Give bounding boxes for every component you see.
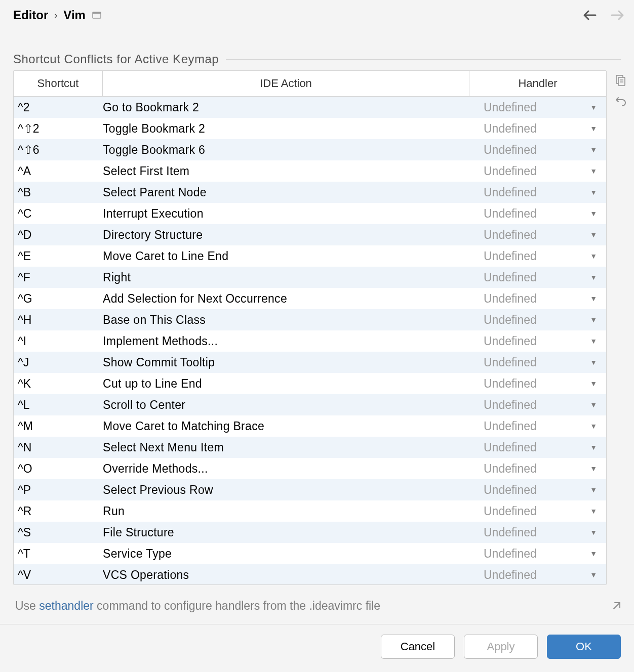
action-cell: Service Type: [103, 547, 469, 561]
chevron-down-icon: ▼: [590, 316, 597, 324]
handler-dropdown[interactable]: Undefined▼: [469, 505, 606, 518]
action-cell: Add Selection for Next Occurrence: [103, 292, 469, 306]
table-row[interactable]: ^SFile StructureUndefined▼: [14, 522, 606, 543]
undo-icon[interactable]: [614, 95, 626, 107]
sethandler-link[interactable]: sethandler: [39, 599, 93, 612]
action-cell: Run: [103, 505, 469, 518]
table-row[interactable]: ^DDirectory StructureUndefined▼: [14, 224, 606, 245]
table-row[interactable]: ^VVCS OperationsUndefined▼: [14, 564, 606, 584]
handler-dropdown[interactable]: Undefined▼: [469, 271, 606, 284]
action-cell: Select First Item: [103, 164, 469, 178]
handler-dropdown[interactable]: Undefined▼: [469, 207, 606, 221]
handler-dropdown[interactable]: Undefined▼: [469, 547, 606, 561]
handler-dropdown[interactable]: Undefined▼: [469, 101, 606, 114]
handler-dropdown[interactable]: Undefined▼: [469, 228, 606, 242]
breadcrumb-root[interactable]: Editor: [13, 8, 48, 22]
table-row[interactable]: ^GAdd Selection for Next OccurrenceUndef…: [14, 288, 606, 309]
table-row[interactable]: ^MMove Caret to Matching BraceUndefined▼: [14, 415, 606, 437]
table-row[interactable]: ^FRightUndefined▼: [14, 267, 606, 288]
chevron-down-icon: ▼: [590, 571, 597, 579]
table-row[interactable]: ^2Go to Bookmark 2Undefined▼: [14, 97, 606, 118]
handler-value: Undefined: [469, 228, 590, 242]
chevron-down-icon: ▼: [590, 124, 597, 133]
handler-value: Undefined: [469, 186, 590, 199]
handler-dropdown[interactable]: Undefined▼: [469, 398, 606, 412]
shortcut-cell: ^L: [14, 398, 103, 412]
chevron-down-icon: ▼: [590, 167, 597, 175]
handler-value: Undefined: [469, 398, 590, 412]
table-row[interactable]: ^⇧6Toggle Bookmark 6Undefined▼: [14, 139, 606, 160]
table-row[interactable]: ^EMove Caret to Line EndUndefined▼: [14, 245, 606, 267]
column-header-handler[interactable]: Handler: [469, 71, 606, 96]
shortcut-cell: ^R: [14, 505, 103, 518]
handler-value: Undefined: [469, 441, 590, 454]
handler-dropdown[interactable]: Undefined▼: [469, 292, 606, 306]
chevron-down-icon: ▼: [590, 380, 597, 388]
chevron-down-icon: ▼: [590, 273, 597, 281]
table-row[interactable]: ^NSelect Next Menu ItemUndefined▼: [14, 437, 606, 458]
chevron-down-icon: ▼: [590, 209, 597, 218]
table-row[interactable]: ^RRunUndefined▼: [14, 500, 606, 522]
handler-dropdown[interactable]: Undefined▼: [469, 483, 606, 497]
table-row[interactable]: ^TService TypeUndefined▼: [14, 543, 606, 564]
table-row[interactable]: ^BSelect Parent NodeUndefined▼: [14, 182, 606, 203]
action-cell: Move Caret to Line End: [103, 249, 469, 263]
handler-value: Undefined: [469, 143, 590, 157]
action-cell: Go to Bookmark 2: [103, 101, 469, 114]
table-row[interactable]: ^IImplement Methods...Undefined▼: [14, 330, 606, 352]
handler-value: Undefined: [469, 568, 590, 582]
handler-value: Undefined: [469, 526, 590, 539]
handler-value: Undefined: [469, 483, 590, 497]
handler-dropdown[interactable]: Undefined▼: [469, 334, 606, 348]
table-row[interactable]: ^LScroll to CenterUndefined▼: [14, 394, 606, 415]
column-header-shortcut[interactable]: Shortcut: [14, 71, 103, 96]
handler-dropdown[interactable]: Undefined▼: [469, 441, 606, 454]
handler-dropdown[interactable]: Undefined▼: [469, 143, 606, 157]
table-row[interactable]: ^OOverride Methods...Undefined▼: [14, 458, 606, 479]
conflicts-table: Shortcut IDE Action Handler ^2Go to Book…: [13, 70, 607, 585]
handler-dropdown[interactable]: Undefined▼: [469, 568, 606, 582]
shortcut-cell: ^E: [14, 249, 103, 263]
table-row[interactable]: ^ASelect First ItemUndefined▼: [14, 160, 606, 182]
table-row[interactable]: ^⇧2Toggle Bookmark 2Undefined▼: [14, 118, 606, 139]
shortcut-cell: ^O: [14, 462, 103, 476]
chevron-down-icon: ▼: [590, 550, 597, 558]
chevron-down-icon: ▼: [590, 252, 597, 260]
handler-dropdown[interactable]: Undefined▼: [469, 122, 606, 136]
chevron-down-icon: ▼: [590, 528, 597, 536]
shortcut-cell: ^V: [14, 568, 103, 582]
window-icon[interactable]: [92, 10, 102, 20]
action-cell: Show Commit Tooltip: [103, 356, 469, 369]
handler-dropdown[interactable]: Undefined▼: [469, 186, 606, 199]
shortcut-cell: ^B: [14, 186, 103, 199]
table-row[interactable]: ^CInterrupt ExecutionUndefined▼: [14, 203, 606, 224]
shortcut-cell: ^C: [14, 207, 103, 221]
handler-value: Undefined: [469, 292, 590, 306]
handler-dropdown[interactable]: Undefined▼: [469, 356, 606, 369]
handler-dropdown[interactable]: Undefined▼: [469, 249, 606, 263]
external-link-icon[interactable]: [612, 602, 621, 611]
column-header-action[interactable]: IDE Action: [103, 71, 469, 96]
breadcrumb-leaf: Vim: [63, 8, 86, 22]
cancel-button[interactable]: Cancel: [381, 635, 455, 659]
table-row[interactable]: ^PSelect Previous RowUndefined▼: [14, 479, 606, 500]
back-button[interactable]: [582, 9, 598, 21]
shortcut-cell: ^2: [14, 101, 103, 114]
handler-dropdown[interactable]: Undefined▼: [469, 419, 606, 433]
table-row[interactable]: ^HBase on This ClassUndefined▼: [14, 309, 606, 330]
forward-button: [610, 9, 625, 21]
handler-dropdown[interactable]: Undefined▼: [469, 313, 606, 327]
copy-icon[interactable]: [614, 74, 626, 87]
handler-dropdown[interactable]: Undefined▼: [469, 377, 606, 391]
handler-dropdown[interactable]: Undefined▼: [469, 462, 606, 476]
handler-value: Undefined: [469, 462, 590, 476]
table-row[interactable]: ^JShow Commit TooltipUndefined▼: [14, 352, 606, 373]
table-row[interactable]: ^KCut up to Line EndUndefined▼: [14, 373, 606, 394]
handler-dropdown[interactable]: Undefined▼: [469, 164, 606, 178]
action-cell: VCS Operations: [103, 568, 469, 582]
handler-dropdown[interactable]: Undefined▼: [469, 526, 606, 539]
action-cell: Override Methods...: [103, 462, 469, 476]
action-cell: Select Parent Node: [103, 186, 469, 199]
action-cell: Select Next Menu Item: [103, 441, 469, 454]
ok-button[interactable]: OK: [547, 635, 621, 659]
